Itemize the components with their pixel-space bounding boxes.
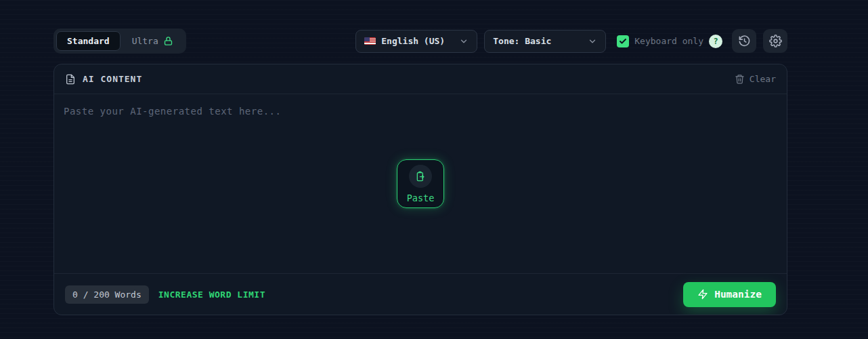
trash-icon bbox=[735, 74, 745, 84]
humanize-button-label: Humanize bbox=[714, 289, 762, 300]
toolbar-right-group: English (US) Tone: Basic Keyboard only ? bbox=[355, 29, 787, 53]
word-limit-group: 0 / 200 Words INCREASE WORD LIMIT bbox=[65, 285, 265, 304]
humanize-button[interactable]: Humanize bbox=[683, 282, 776, 307]
history-icon bbox=[738, 35, 751, 47]
paste-button[interactable]: Paste bbox=[397, 159, 444, 208]
keyboard-only-label: Keyboard only bbox=[634, 36, 703, 46]
gear-icon bbox=[769, 35, 782, 47]
settings-button[interactable] bbox=[763, 29, 787, 53]
word-counter-badge: 0 / 200 Words bbox=[65, 285, 149, 304]
document-icon bbox=[65, 74, 76, 85]
help-icon[interactable]: ? bbox=[709, 35, 722, 48]
language-select-value: English (US) bbox=[381, 36, 445, 46]
paste-button-label: Paste bbox=[407, 193, 435, 203]
chevron-down-icon bbox=[459, 37, 469, 46]
tone-select[interactable]: Tone: Basic bbox=[484, 30, 606, 53]
tone-select-value: Tone: Basic bbox=[493, 36, 551, 46]
us-flag-icon bbox=[364, 37, 376, 45]
panel-title: AI CONTENT bbox=[65, 74, 142, 85]
lock-icon bbox=[163, 36, 173, 46]
tab-ultra[interactable]: Ultra bbox=[122, 31, 183, 51]
mode-tab-switcher: Standard Ultra bbox=[53, 28, 186, 54]
chevron-down-icon bbox=[588, 37, 597, 46]
clipboard-paste-icon bbox=[409, 165, 432, 188]
keyboard-only-checkbox[interactable] bbox=[617, 35, 629, 47]
history-button[interactable] bbox=[732, 29, 756, 53]
clear-button[interactable]: Clear bbox=[735, 74, 776, 84]
panel-footer: 0 / 200 Words INCREASE WORD LIMIT Humani… bbox=[54, 273, 787, 315]
toolbar: Standard Ultra English (US) Tone: Basic bbox=[53, 28, 787, 54]
increase-word-limit-link[interactable]: INCREASE WORD LIMIT bbox=[158, 290, 265, 300]
tab-standard[interactable]: Standard bbox=[56, 31, 121, 51]
tab-standard-label: Standard bbox=[67, 36, 110, 46]
editor-area: Paste bbox=[54, 94, 787, 273]
panel-title-label: AI CONTENT bbox=[83, 74, 142, 84]
clear-button-label: Clear bbox=[750, 74, 776, 84]
lightning-bolt-icon bbox=[697, 289, 708, 300]
panel-header: AI CONTENT Clear bbox=[54, 64, 787, 94]
language-select[interactable]: English (US) bbox=[355, 30, 477, 53]
ai-content-panel: AI CONTENT Clear Paste bbox=[53, 64, 787, 315]
keyboard-only-group: Keyboard only ? bbox=[617, 35, 722, 48]
tab-ultra-label: Ultra bbox=[132, 36, 158, 46]
